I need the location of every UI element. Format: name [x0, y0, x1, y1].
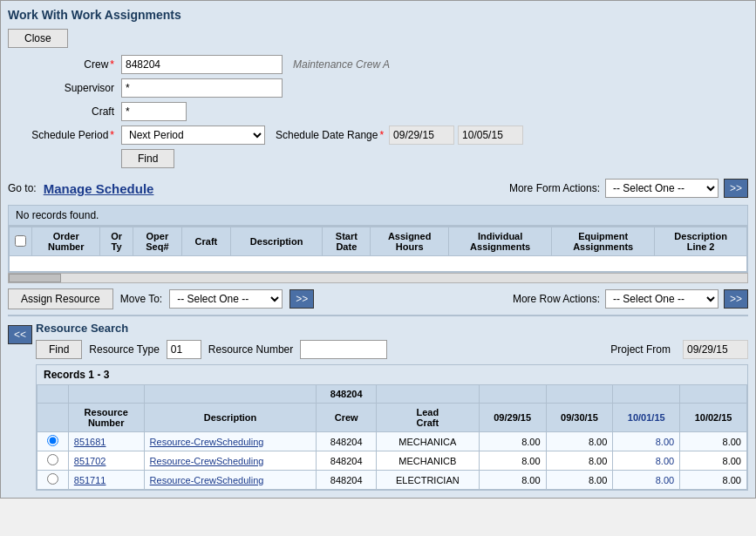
form-actions-go-button[interactable]: >> [724, 179, 748, 198]
resource-number-link[interactable]: 851711 [74, 475, 106, 485]
left-btn-col: << [8, 322, 36, 344]
res-d1-sub: 09/29/15 [479, 404, 546, 432]
supervisor-label: Supervisor [8, 82, 121, 94]
form-section: Crew* Maintenance Crew A Supervisor Craf… [8, 55, 748, 175]
supervisor-input[interactable] [121, 78, 283, 98]
schedule-date-to[interactable] [458, 126, 523, 145]
schedule-period-select[interactable]: Next Period [121, 126, 265, 145]
col-oper-seq: OperSeq# [133, 227, 182, 256]
main-container: Work With Work Assignments Close Crew* M… [0, 0, 756, 499]
form-actions-select[interactable]: -- Select One -- [605, 179, 719, 198]
craft-label: Craft [8, 105, 121, 118]
res-d4-sub: 10/02/15 [680, 404, 747, 432]
res-desc-header [144, 385, 317, 404]
resource-d1-cell: 8.00 [479, 451, 546, 471]
crew-row: Crew* Maintenance Crew A [8, 55, 748, 74]
col-equipment-assignments: EquipmentAssignments [552, 227, 655, 256]
col-description-line2: DescriptionLine 2 [655, 227, 747, 256]
res-num-sub: ResourceNumber [68, 404, 144, 432]
resource-d2-cell: 8.00 [546, 432, 613, 451]
goto-left: Go to: Manage Schedule [8, 181, 153, 196]
schedule-date-range-label: Schedule Date Range* [276, 129, 384, 141]
craft-row: Craft [8, 102, 748, 121]
res-d3-sub: 10/01/15 [613, 404, 680, 432]
resource-number-cell: 851711 [68, 471, 144, 490]
resource-description-link[interactable]: Resource-CrewScheduling [150, 475, 264, 485]
resource-number-input[interactable] [300, 340, 387, 359]
radio-col-sub [37, 404, 69, 432]
table-row: 851711 Resource-CrewScheduling 848204 EL… [37, 471, 747, 490]
resource-number-cell: 851681 [68, 432, 144, 451]
resource-description-cell: Resource-CrewScheduling [144, 451, 317, 471]
resource-number-link[interactable]: 851681 [74, 437, 106, 447]
project-from-date[interactable] [683, 340, 748, 359]
res-d1-header [479, 385, 546, 404]
page-title: Work With Work Assignments [8, 8, 748, 22]
resource-description-link[interactable]: Resource-CrewScheduling [150, 456, 264, 466]
close-button[interactable]: Close [8, 29, 68, 48]
resource-description-cell: Resource-CrewScheduling [144, 432, 317, 451]
resource-crew-cell: 848204 [317, 451, 376, 471]
move-to-select[interactable]: -- Select One -- [169, 289, 283, 309]
table-row: 851702 Resource-CrewScheduling 848204 ME… [37, 451, 747, 471]
resource-crew-cell: 848204 [317, 432, 376, 451]
resource-radio[interactable] [47, 473, 58, 485]
resource-number-link[interactable]: 851702 [74, 456, 106, 466]
more-row-actions-label: More Row Actions: [513, 293, 600, 305]
records-section: Records 1 - 3 848204 [36, 364, 748, 491]
resource-d1-cell: 8.00 [479, 432, 546, 451]
crew-input[interactable] [121, 55, 283, 74]
row-actions-go-button[interactable]: >> [724, 289, 748, 309]
actions-left: Assign Resource Move To: -- Select One -… [8, 288, 314, 309]
col-start-date: StartDate [323, 227, 371, 256]
scrollbar-thumb [9, 274, 61, 282]
goto-right: More Form Actions: -- Select One -- >> [509, 179, 748, 198]
goto-label: Go to: [8, 182, 37, 194]
radio-col-header [37, 385, 69, 404]
col-assigned-hours: AssignedHours [371, 227, 449, 256]
assign-resource-button[interactable]: Assign Resource [8, 288, 113, 309]
left-nav-button[interactable]: << [8, 325, 32, 344]
select-all-header[interactable] [10, 227, 32, 256]
horizontal-scrollbar[interactable] [8, 273, 748, 283]
resource-search-title: Resource Search [36, 322, 748, 335]
schedule-date-from[interactable] [389, 126, 454, 145]
crew-label: Crew* [8, 58, 121, 71]
manage-schedule-link[interactable]: Manage Schedule [44, 181, 154, 196]
work-table-container: OrderNumber OrTy OperSeq# Craft Descript… [8, 226, 748, 273]
resource-search-section: << Resource Search Find Resource Type Re… [8, 315, 748, 491]
select-all-checkbox[interactable] [15, 235, 26, 247]
work-table: OrderNumber OrTy OperSeq# Craft Descript… [9, 227, 747, 272]
resource-type-input[interactable] [167, 340, 201, 359]
resource-radio[interactable] [47, 435, 58, 446]
resource-d1-cell: 8.00 [479, 471, 546, 490]
radio-cell[interactable] [37, 432, 69, 451]
resource-radio[interactable] [47, 454, 58, 465]
resource-search-outer: << Resource Search Find Resource Type Re… [8, 322, 748, 491]
resource-find-button[interactable]: Find [36, 340, 82, 359]
resource-d4-cell: 8.00 [680, 432, 747, 451]
resource-d2-cell: 8.00 [546, 471, 613, 490]
row-actions-select[interactable]: -- Select One -- [605, 289, 719, 309]
resource-craft-cell: MECHANICB [376, 451, 479, 471]
resource-d2-cell: 8.00 [546, 451, 613, 471]
resource-crew-cell: 848204 [317, 471, 376, 490]
no-records-bar: No records found. [8, 205, 748, 226]
craft-input[interactable] [121, 102, 187, 121]
radio-cell[interactable] [37, 451, 69, 471]
goto-section: Go to: Manage Schedule More Form Actions… [8, 175, 748, 201]
resource-description-link[interactable]: Resource-CrewScheduling [150, 437, 264, 447]
move-to-go-button[interactable]: >> [289, 289, 314, 309]
records-header: Records 1 - 3 [37, 365, 747, 384]
more-form-actions-label: More Form Actions: [509, 182, 600, 194]
radio-cell[interactable] [37, 471, 69, 490]
res-num-header [68, 385, 144, 404]
find-button[interactable]: Find [121, 149, 174, 168]
res-d3-header [613, 385, 680, 404]
res-crew-sub: Crew [317, 404, 376, 432]
resource-d3-cell: 8.00 [613, 432, 680, 451]
resource-d4-cell: 8.00 [680, 471, 747, 490]
schedule-period-row: Schedule Period* Next Period Schedule Da… [8, 126, 748, 145]
records-range: Records 1 - 3 [44, 369, 109, 381]
col-craft: Craft [182, 227, 231, 256]
